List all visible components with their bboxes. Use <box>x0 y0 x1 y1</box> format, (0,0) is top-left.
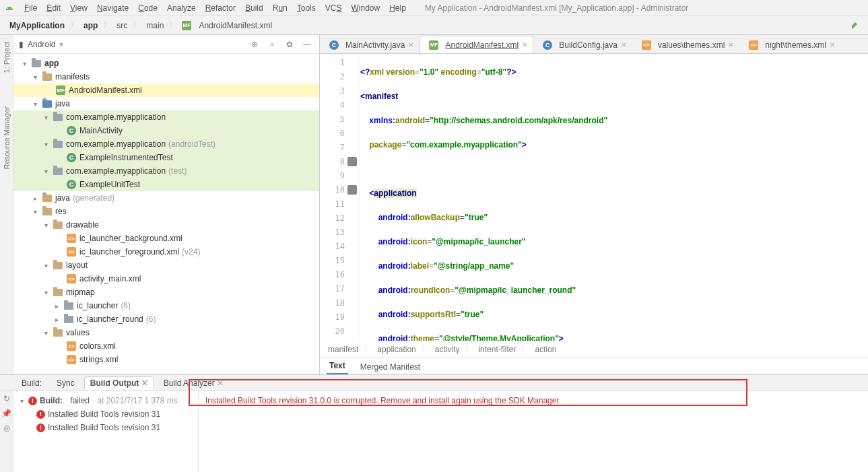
bc-activity[interactable]: activity <box>435 345 460 354</box>
tree-values[interactable]: values <box>66 328 90 337</box>
build-msg-2[interactable]: Installed Build Tools revision 31 <box>48 423 160 432</box>
tree-colors[interactable]: colors.xml <box>79 341 116 351</box>
tree-ic-fg[interactable]: ic_launcher_foreground.xml <box>79 247 179 257</box>
hide-icon[interactable]: — <box>300 38 314 51</box>
pin-icon[interactable]: 📌 <box>1 409 11 418</box>
svg-point-1 <box>11 7 11 8</box>
crumb-module[interactable]: app <box>79 20 102 32</box>
menu-build[interactable]: Build <box>241 2 267 14</box>
tab-themes-night[interactable]: <>night\themes.xml✕ <box>739 36 841 53</box>
project-header: ▮ Android ▾ ⊕ ÷ ✿ — <box>13 35 319 54</box>
menu-edit[interactable]: Edit <box>42 2 65 14</box>
crumb-src[interactable]: src <box>112 20 131 32</box>
project-tool-window: ▮ Android ▾ ⊕ ÷ ✿ — ▾app ▾manifests MFAn… <box>13 35 320 374</box>
tree-manifests[interactable]: manifests <box>55 72 90 81</box>
svg-point-0 <box>7 7 8 8</box>
close-icon[interactable]: ✕ <box>141 378 148 388</box>
crumb-main[interactable]: main <box>142 20 168 32</box>
error-icon: ! <box>36 424 45 432</box>
menu-navigate[interactable]: Navigate <box>93 2 133 14</box>
gutter-image-icon[interactable] <box>347 185 357 195</box>
tab-buildconfig[interactable]: CBuildConfig.java✕ <box>533 36 632 53</box>
editor-subtabs: Text Merged Manifest <box>320 357 868 374</box>
menu-vcs[interactable]: VCS <box>321 2 346 14</box>
divide-icon[interactable]: ÷ <box>265 38 279 51</box>
build-msg-1[interactable]: Installed Build Tools revision 31 <box>48 409 160 419</box>
line-gutter: 123 456 7 8 9 10 111213 141516 171819 20 <box>320 54 360 341</box>
tree-activity-main[interactable]: activity_main.xml <box>79 274 141 283</box>
subtab-merged[interactable]: Merged Manifest <box>358 360 423 374</box>
tree-mipmap[interactable]: mipmap <box>66 288 95 297</box>
build-tool-window: Build: Sync Build Output ✕ Build Analyze… <box>0 374 868 472</box>
tree-pkg3[interactable]: com.example.myapplication <box>66 166 166 176</box>
close-icon[interactable]: ✕ <box>408 41 413 48</box>
menu-tools[interactable]: Tools <box>293 2 320 14</box>
tree-mainactivity[interactable]: MainActivity <box>79 126 123 135</box>
tree-pkg1[interactable]: com.example.myapplication <box>66 112 166 122</box>
menu-file[interactable]: File <box>20 2 41 14</box>
menu-analyze[interactable]: Analyze <box>163 2 200 14</box>
eye-icon[interactable]: ◎ <box>3 424 10 433</box>
gutter-image-icon[interactable] <box>347 157 357 166</box>
tree-pkg2[interactable]: com.example.myapplication <box>66 139 166 149</box>
close-icon[interactable]: ✕ <box>830 41 835 48</box>
navigation-bar: MyApplication 〉 app 〉 src 〉 main 〉 MF An… <box>0 16 868 35</box>
tree-layout[interactable]: layout <box>66 261 88 270</box>
bc-application[interactable]: application <box>377 345 415 354</box>
tab-themes-values[interactable]: <>values\themes.xml✕ <box>632 36 739 53</box>
chevron-right-icon: 〉 <box>102 20 112 31</box>
build-tree[interactable]: ▾!Build: failed at 2021/7/17 1 378 ms !I… <box>13 391 199 472</box>
tree-java-gen[interactable]: java <box>55 193 70 203</box>
build-tab-output[interactable]: Build Output ✕ <box>84 376 154 390</box>
tree-unittest[interactable]: ExampleUnitTest <box>79 180 140 189</box>
error-icon: ! <box>28 397 37 405</box>
menu-refactor[interactable]: Refactor <box>201 2 240 14</box>
project-view-selector[interactable]: Android <box>28 40 55 49</box>
crumb-file[interactable]: AndroidManifest.xml <box>195 20 276 32</box>
build-hammer-icon[interactable] <box>848 18 863 33</box>
locate-icon[interactable]: ⊕ <box>248 38 261 51</box>
chevron-right-icon: 〉 <box>69 20 79 31</box>
bc-action[interactable]: action <box>535 345 556 354</box>
menu-view[interactable]: View <box>66 2 92 14</box>
rail-project[interactable]: 1: Project <box>3 42 11 73</box>
menu-run[interactable]: Run <box>269 2 292 14</box>
menu-help[interactable]: Help <box>385 2 410 14</box>
build-message-panel[interactable]: Installed Build Tools revision 31.0.0 is… <box>199 391 868 472</box>
tree-ic-launcher[interactable]: ic_launcher <box>77 301 118 310</box>
error-icon: ! <box>36 410 45 419</box>
tree-drawable[interactable]: drawable <box>66 220 99 230</box>
bc-intent-filter[interactable]: intent-filter <box>478 345 516 354</box>
code-editor[interactable]: 123 456 7 8 9 10 111213 141516 171819 20… <box>320 54 868 341</box>
tab-manifest[interactable]: MFAndroidManifest.xml✕ <box>420 36 533 53</box>
tree-ic-launcher-round[interactable]: ic_launcher_round <box>77 314 143 324</box>
manifest-file-icon: MF <box>181 20 192 31</box>
project-tree[interactable]: ▾app ▾manifests MFAndroidManifest.xml ▾j… <box>13 54 319 374</box>
close-icon[interactable]: ✕ <box>728 41 733 48</box>
menu-code[interactable]: Code <box>134 2 162 14</box>
crumb-project[interactable]: MyApplication <box>5 20 69 32</box>
build-tab-sync[interactable]: Sync <box>51 377 80 389</box>
editor-tabs: CMainActivity.java✕ MFAndroidManifest.xm… <box>320 35 868 54</box>
main-area: 1: Project Resource Manager ▮ Android ▾ … <box>0 35 868 374</box>
left-tool-rail: 1: Project Resource Manager <box>0 35 13 374</box>
tree-ic-bg[interactable]: ic_launcher_background.xml <box>79 234 182 243</box>
gear-icon[interactable]: ✿ <box>283 38 296 51</box>
close-icon[interactable]: ✕ <box>522 41 527 48</box>
rail-resource-manager[interactable]: Resource Manager <box>3 106 11 170</box>
tree-manifest-file[interactable]: AndroidManifest.xml <box>69 86 142 95</box>
close-icon[interactable]: ✕ <box>621 41 626 48</box>
rerun-icon[interactable]: ↻ <box>3 394 10 403</box>
tree-java[interactable]: java <box>55 99 70 108</box>
tab-mainactivity[interactable]: CMainActivity.java✕ <box>320 36 420 53</box>
bc-manifest[interactable]: manifest <box>328 345 358 354</box>
subtab-text[interactable]: Text <box>327 358 348 374</box>
tree-strings[interactable]: strings.xml <box>79 355 118 364</box>
menu-window[interactable]: Window <box>347 2 384 14</box>
editor-area: CMainActivity.java✕ MFAndroidManifest.xm… <box>320 35 868 374</box>
tree-instrumented[interactable]: ExampleInstrumentedTest <box>79 153 173 162</box>
tree-app[interactable]: app <box>44 59 59 68</box>
code-content[interactable]: <?xml version="1.0" encoding="utf-8"?> <… <box>360 54 868 341</box>
tree-res[interactable]: res <box>55 207 67 216</box>
app-logo-icon <box>4 3 15 13</box>
